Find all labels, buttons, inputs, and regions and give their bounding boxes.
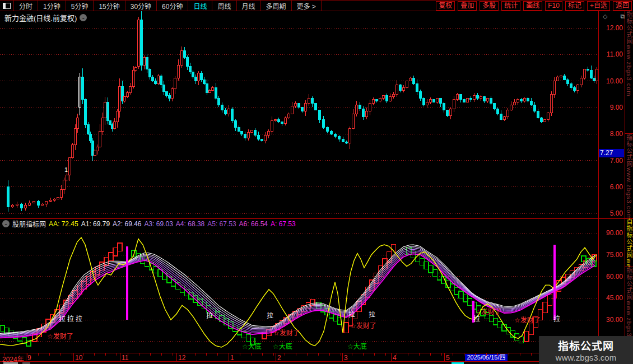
signal-label-pull: 拉: [267, 311, 273, 320]
period-tab-1[interactable]: 分时: [14, 1, 38, 11]
sub-axis-label: 45.00: [606, 294, 623, 302]
main-candlestick-chart[interactable]: 1: [0, 11, 598, 217]
indicator-value: A6: 66.54: [239, 220, 268, 228]
period-tabs: 分时1分钟5分钟15分钟30分钟60分钟日线周线月线多周期更多 >: [14, 1, 322, 11]
signal-label-pull: 拉: [206, 311, 213, 320]
toolbar-button-9[interactable]: 返回: [613, 1, 632, 11]
indicator-value: A4: 68.38: [176, 220, 204, 228]
main-axis-label: 12.00: [606, 24, 623, 32]
indicator-value: A1: 69.79: [81, 220, 110, 228]
signal-label-rich: ☆发财了: [475, 307, 501, 316]
period-tab-11[interactable]: 更多 >: [292, 1, 322, 11]
month-label: 3: [344, 354, 348, 362]
period-tab-2[interactable]: 1分钟: [38, 1, 66, 11]
period-tab-3[interactable]: 5分钟: [66, 1, 94, 11]
period-tab-4[interactable]: 15分钟: [94, 1, 125, 11]
toolbar-button-4[interactable]: 统计: [501, 1, 520, 11]
month-label: 4: [393, 354, 397, 362]
signal-label-rich: ☆发财了: [273, 329, 300, 337]
indicator-chevron-icon[interactable]: ⌄: [2, 220, 10, 227]
month-label: 1: [230, 354, 234, 362]
signal-label-bottom: ☆大底: [242, 342, 262, 351]
indicator-source[interactable]: 股朋指标网: [12, 219, 46, 228]
sub-axis-label: 75.00: [606, 251, 623, 259]
sub-axis-label: 30.00: [606, 316, 623, 324]
tdx-app-window: 分时1分钟5分钟15分钟30分钟60分钟日线周线月线多周期更多 > 复权叠加多股…: [0, 0, 633, 364]
toolbar-button-2[interactable]: 叠加: [458, 1, 477, 11]
period-tab-10[interactable]: 多周期: [261, 1, 292, 11]
main-axis-label: 9.00: [610, 104, 623, 111]
main-axis-label: 7.00: [610, 157, 623, 165]
indicator-value: AA: 72.45: [49, 220, 78, 228]
indicator-value: A: 67.53: [271, 220, 296, 228]
month-label: 11: [122, 354, 128, 362]
watermark-title: 指标公式网: [558, 338, 614, 353]
price-axis: 12.0011.0010.009.008.007.006.005.0090.00…: [598, 11, 625, 362]
period-tab-9[interactable]: 月线: [237, 1, 261, 11]
period-tab-7[interactable]: 日线: [188, 1, 212, 11]
main-axis-label: 11.00: [607, 50, 623, 58]
stock-title-row[interactable]: 新力金融(日线.前复权) ⌄: [4, 12, 87, 23]
toolbar-button-7[interactable]: 标记: [565, 1, 584, 11]
right-strip-segment-3[interactable]: 自指标公式网www.zbgs3.com: [625, 218, 633, 267]
indicator-value: A2: 69.46: [113, 220, 141, 228]
sub-axis-label: 90.00: [606, 229, 623, 237]
signal-label-rich: ☆发财了: [514, 316, 541, 324]
latest-price-marker: 7.27: [599, 149, 624, 157]
signal-label-bottom: ☆大底: [347, 342, 367, 351]
chart-corner-icons[interactable]: ◇ ⧉: [603, 13, 630, 20]
status-bar-sliver: [0, 362, 633, 364]
indicator-header: ⌄ 股朋指标网 AA: 72.45A1: 69.79A2: 69.46A3: 6…: [0, 219, 601, 228]
toolbar-button-6[interactable]: F10: [545, 1, 562, 11]
watermark-url: www.zbgs3.com: [556, 353, 616, 362]
action-toolbar: 复权叠加多股统计画线F10标记+自选返回: [436, 1, 633, 11]
period-tab-5[interactable]: 30分钟: [125, 1, 157, 11]
signal-label-pull: 拉: [76, 315, 82, 323]
sub-axis-label: 60.00: [606, 273, 623, 281]
indicator-value: A5: 67.53: [207, 220, 236, 228]
date-axis: 2024年 2025/05/15/四 910111212345: [0, 353, 598, 362]
month-label: 10: [75, 354, 82, 362]
period-toolbar: 分时1分钟5分钟15分钟30分钟60分钟日线周线月线多周期更多 > 复权叠加多股…: [0, 0, 633, 11]
toolbar-button-3[interactable]: 多股: [480, 1, 499, 11]
signal-label-pull: 拉: [553, 315, 560, 323]
signal-label-bottom: ☆大底: [273, 342, 292, 351]
month-label: 9: [27, 354, 31, 362]
info-marker: 1: [64, 166, 68, 173]
indicator-value: A3: 69.03: [144, 220, 173, 228]
layout-panel-icon[interactable]: [0, 1, 14, 11]
toolbar-button-5[interactable]: 画线: [523, 1, 542, 11]
watermark: 指标公式网 www.zbgs3.com: [539, 336, 633, 364]
right-strip-segment-1[interactable]: 指标公式网www.zbgs3.com: [625, 11, 633, 134]
period-tab-8[interactable]: 周线: [212, 1, 236, 11]
main-axis-label: 6.00: [610, 183, 623, 191]
month-label: 5: [446, 354, 450, 362]
right-strip-segment-2[interactable]: 指标公式网www.zbgs3.com: [625, 134, 633, 218]
signal-label-rich: ☆发财了: [350, 321, 376, 330]
signal-label-pull: 拉: [67, 315, 74, 323]
main-axis-label: 8.00: [610, 130, 623, 138]
signal-label-rich: ☆发财了: [47, 332, 73, 340]
right-sidebar-strip[interactable]: 指标公式网www.zbgs3.com指标公式网www.zbgs3.com自指标公…: [625, 11, 633, 362]
signal-label-pull: 拉: [369, 310, 375, 319]
signal-label-pull: 拉: [473, 315, 480, 323]
main-axis-label: 10.00: [606, 77, 623, 85]
signal-label-pull: 拉: [348, 310, 355, 319]
signal-label-pull: 拉: [59, 315, 66, 323]
indicator-chart[interactable]: 拉拉拉拉拉拉拉拉拉☆发财了☆发财了☆发财了☆发财了☆发财了☆大底☆大底☆大底: [0, 228, 598, 353]
stock-title: 新力金融(日线.前复权): [4, 12, 77, 23]
toolbar-button-8[interactable]: +自选: [587, 1, 610, 11]
month-label: 2: [277, 354, 281, 362]
main-axis-label: 5.00: [610, 209, 623, 217]
month-label: 12: [178, 354, 185, 362]
chevron-down-icon[interactable]: ⌄: [80, 14, 87, 21]
toolbar-button-1[interactable]: 复权: [436, 1, 455, 11]
period-tab-6[interactable]: 60分钟: [157, 1, 188, 11]
